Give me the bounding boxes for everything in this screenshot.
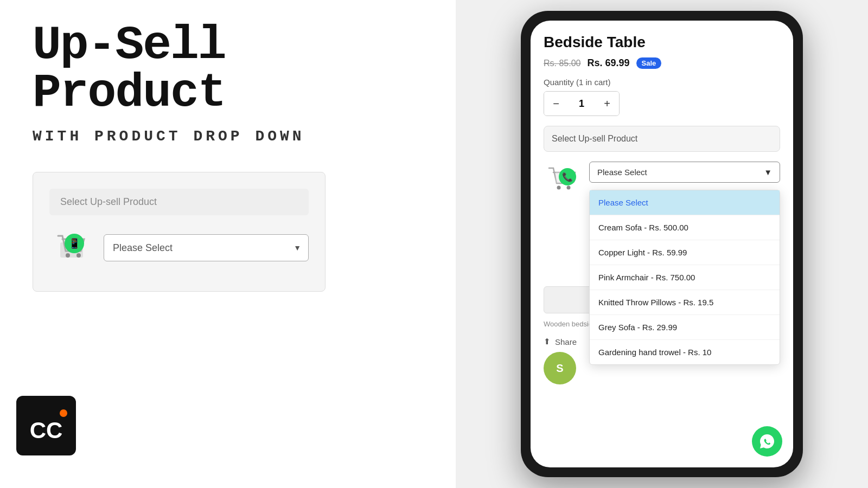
- cc-text: CC: [30, 419, 63, 442]
- phone-dropdown-value: Please Select: [597, 168, 647, 177]
- dropdown-item-label: Please Select: [598, 198, 648, 207]
- svg-point-3: [66, 253, 70, 258]
- dropdown-item-label: Grey Sofa - Rs. 29.99: [598, 323, 677, 332]
- sale-badge: Sale: [636, 57, 662, 69]
- price-row: Rs. 85.00 Rs. 69.99 Sale: [544, 57, 780, 69]
- dropdown-item-label: Cream Sofa - Rs. 500.00: [598, 223, 688, 232]
- dropdown-item-label: Pink Armchair - Rs. 750.00: [598, 273, 695, 282]
- product-title: Bedside Table: [544, 34, 780, 51]
- dropdown-item-label: Gardening hand trowel - Rs. 10: [598, 348, 711, 357]
- phone-screen: Bedside Table Rs. 85.00 Rs. 69.99 Sale Q…: [531, 21, 793, 467]
- upsell-product-row: 📞 Please Select ▼: [544, 162, 780, 200]
- dropdown-item-grey-sofa[interactable]: Grey Sofa - Rs. 29.99: [590, 315, 780, 340]
- phone-dropdown-chevron: ▼: [764, 168, 772, 177]
- original-price: Rs. 85.00: [544, 59, 580, 68]
- dropdown-item-cream-sofa[interactable]: Cream Sofa - Rs. 500.00: [590, 215, 780, 240]
- phone-dropdown-container: Please Select ▼ Please Select Cream Sofa…: [589, 162, 780, 184]
- svg-point-4: [76, 253, 81, 258]
- dropdown-item-label: Copper Light - Rs. 59.99: [598, 248, 687, 257]
- sale-price: Rs. 69.99: [587, 57, 629, 69]
- qty-plus-button[interactable]: +: [595, 92, 619, 115]
- phone-content: Bedside Table Rs. 85.00 Rs. 69.99 Sale Q…: [531, 21, 793, 384]
- select-upsell-button[interactable]: Select Up-sell Product: [544, 126, 780, 152]
- cart-whatsapp-icon: 📱: [49, 226, 93, 269]
- qty-minus-button[interactable]: −: [544, 92, 568, 115]
- qty-control: − 1 +: [544, 91, 620, 116]
- main-title: Up-Sell Product: [33, 22, 434, 117]
- dropdown-item-knitted-pillows[interactable]: Knitted Throw Pillows - Rs. 19.5: [590, 290, 780, 315]
- right-section: Bedside Table Rs. 85.00 Rs. 69.99 Sale Q…: [456, 0, 868, 488]
- demo-select-label: Select Up-sell Product: [49, 189, 309, 215]
- svg-text:📱: 📱: [68, 237, 81, 249]
- cc-dot: [60, 409, 67, 417]
- qty-value: 1: [568, 98, 595, 110]
- svg-text:📞: 📞: [562, 172, 573, 182]
- phone-bottom-whatsapp-button[interactable]: [752, 426, 782, 457]
- demo-dropdown[interactable]: Please Select Cream Sofa - Rs. 500.00 Co…: [104, 234, 309, 261]
- dropdown-item-copper-light[interactable]: Copper Light - Rs. 59.99: [590, 240, 780, 265]
- phone-dropdown-list: Please Select Cream Sofa - Rs. 500.00 Co…: [589, 190, 780, 365]
- phone-dropdown-box[interactable]: Please Select ▼: [589, 162, 780, 183]
- share-label: Share: [555, 337, 577, 346]
- dropdown-item-label: Knitted Throw Pillows - Rs. 19.5: [598, 298, 713, 307]
- dropdown-item-gardening-trowel[interactable]: Gardening hand trowel - Rs. 10: [590, 340, 780, 364]
- demo-row: 📱 Please Select Cream Sofa - Rs. 500.00 …: [49, 226, 309, 269]
- dropdown-item-pink-armchair[interactable]: Pink Armchair - Rs. 750.00: [590, 265, 780, 290]
- share-icon: ⬆: [544, 337, 551, 346]
- demo-card: Select Up-sell Product 📱: [33, 172, 326, 292]
- cc-logo: CC: [16, 396, 76, 455]
- qty-label: Quantity (1 in cart): [544, 78, 780, 87]
- phone-outer: Bedside Table Rs. 85.00 Rs. 69.99 Sale Q…: [521, 11, 803, 477]
- svg-point-9: [567, 186, 571, 190]
- shopify-circle: S: [544, 352, 576, 384]
- phone-cart-icon: 📞: [544, 162, 582, 200]
- svg-point-8: [557, 186, 561, 190]
- subtitle: WITH PRODUCT DROP DOWN: [33, 128, 305, 145]
- shopify-letter: S: [556, 362, 563, 375]
- demo-select[interactable]: Please Select Cream Sofa - Rs. 500.00 Co…: [104, 234, 309, 261]
- dropdown-item-please-select[interactable]: Please Select: [590, 190, 780, 215]
